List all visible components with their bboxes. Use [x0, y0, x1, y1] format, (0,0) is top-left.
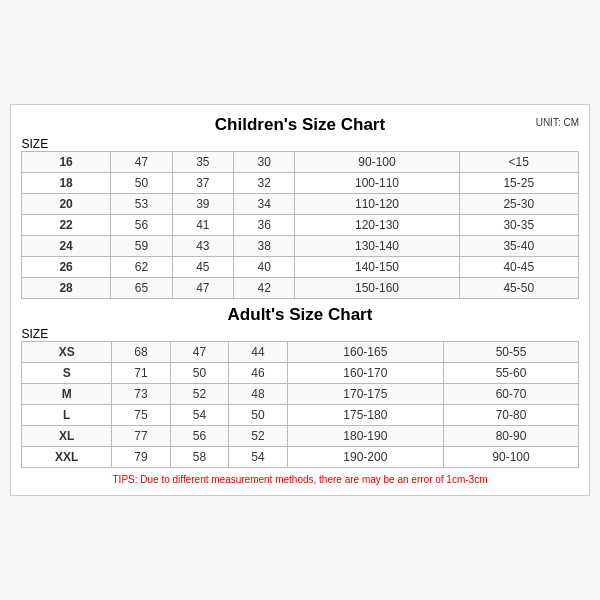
table-cell: 62 [111, 257, 172, 278]
table-cell: 30-35 [459, 215, 578, 236]
table-cell: XL [22, 426, 112, 447]
table-cell: 15-25 [459, 173, 578, 194]
table-cell: 37 [172, 173, 233, 194]
table-cell: 38 [234, 236, 295, 257]
table-cell: 50-55 [443, 342, 578, 363]
table-cell: 40 [234, 257, 295, 278]
table-cell: 18 [22, 173, 111, 194]
table-row: 28654742150-16045-50 [22, 278, 579, 299]
adult-size-table: SIZE XS684744160-16550-55S715046160-1705… [21, 327, 579, 468]
table-cell: 79 [112, 447, 170, 468]
table-row: 1647353090-100<15 [22, 152, 579, 173]
table-row: 26624540140-15040-45 [22, 257, 579, 278]
size-chart-container: Children's Size Chart UNIT: CM SIZE 1647… [10, 104, 590, 496]
table-cell: 70-80 [443, 405, 578, 426]
table-cell: 60-70 [443, 384, 578, 405]
table-cell: 54 [170, 405, 228, 426]
table-cell: 34 [234, 194, 295, 215]
table-cell: 35 [172, 152, 233, 173]
table-cell: 65 [111, 278, 172, 299]
table-cell: 160-170 [287, 363, 443, 384]
table-cell: 36 [234, 215, 295, 236]
table-cell: 50 [111, 173, 172, 194]
table-cell: 130-140 [295, 236, 459, 257]
table-cell: 140-150 [295, 257, 459, 278]
table-cell: 50 [229, 405, 287, 426]
table-cell: 35-40 [459, 236, 578, 257]
table-cell: S [22, 363, 112, 384]
adult-header-row: SIZE [22, 327, 579, 342]
table-cell: 59 [111, 236, 172, 257]
table-cell: 45 [172, 257, 233, 278]
table-cell: 77 [112, 426, 170, 447]
table-cell: 175-180 [287, 405, 443, 426]
table-cell: <15 [459, 152, 578, 173]
tips-text: TIPS: Due to different measurement metho… [21, 474, 579, 485]
adult-title-text: Adult's Size Chart [228, 305, 373, 324]
table-row: XL775652180-19080-90 [22, 426, 579, 447]
table-cell: 47 [111, 152, 172, 173]
table-cell: 25-30 [459, 194, 578, 215]
table-cell: 45-50 [459, 278, 578, 299]
table-cell: M [22, 384, 112, 405]
table-cell: 20 [22, 194, 111, 215]
table-row: L755450175-18070-80 [22, 405, 579, 426]
table-cell: 100-110 [295, 173, 459, 194]
children-size-table: SIZE 1647353090-100<1518503732100-11015-… [21, 137, 579, 299]
table-cell: 48 [229, 384, 287, 405]
table-cell: 54 [229, 447, 287, 468]
table-cell: 53 [111, 194, 172, 215]
table-cell: 58 [170, 447, 228, 468]
table-cell: 52 [170, 384, 228, 405]
table-cell: XXL [22, 447, 112, 468]
table-cell: 56 [111, 215, 172, 236]
table-row: XXL795854190-20090-100 [22, 447, 579, 468]
table-cell: L [22, 405, 112, 426]
table-row: 18503732100-11015-25 [22, 173, 579, 194]
table-cell: 26 [22, 257, 111, 278]
table-cell: 24 [22, 236, 111, 257]
table-cell: 22 [22, 215, 111, 236]
table-row: XS684744160-16550-55 [22, 342, 579, 363]
table-cell: 190-200 [287, 447, 443, 468]
table-cell: 160-165 [287, 342, 443, 363]
table-cell: 47 [172, 278, 233, 299]
table-row: 22564136120-13030-35 [22, 215, 579, 236]
table-row: 20533934110-12025-30 [22, 194, 579, 215]
unit-label: UNIT: CM [536, 117, 579, 128]
table-cell: 90-100 [295, 152, 459, 173]
table-cell: 16 [22, 152, 111, 173]
table-cell: 110-120 [295, 194, 459, 215]
table-cell: 50 [170, 363, 228, 384]
table-cell: 52 [229, 426, 287, 447]
table-cell: 56 [170, 426, 228, 447]
table-cell: 42 [234, 278, 295, 299]
table-cell: 55-60 [443, 363, 578, 384]
children-header-row: SIZE [22, 137, 579, 152]
table-row: M735248170-17560-70 [22, 384, 579, 405]
table-cell: 73 [112, 384, 170, 405]
table-cell: 39 [172, 194, 233, 215]
table-cell: 170-175 [287, 384, 443, 405]
table-cell: 40-45 [459, 257, 578, 278]
children-chart-title: Children's Size Chart UNIT: CM [21, 115, 579, 135]
children-title-text: Children's Size Chart [215, 115, 385, 134]
table-cell: 75 [112, 405, 170, 426]
table-cell: 80-90 [443, 426, 578, 447]
table-cell: 41 [172, 215, 233, 236]
table-cell: 32 [234, 173, 295, 194]
table-cell: XS [22, 342, 112, 363]
table-cell: 90-100 [443, 447, 578, 468]
table-cell: 180-190 [287, 426, 443, 447]
table-cell: 30 [234, 152, 295, 173]
table-cell: 28 [22, 278, 111, 299]
table-cell: 44 [229, 342, 287, 363]
adult-chart-title: Adult's Size Chart [21, 305, 579, 325]
table-cell: 43 [172, 236, 233, 257]
table-cell: 46 [229, 363, 287, 384]
table-cell: 120-130 [295, 215, 459, 236]
table-cell: 47 [170, 342, 228, 363]
table-cell: 68 [112, 342, 170, 363]
table-cell: 71 [112, 363, 170, 384]
table-row: 24594338130-14035-40 [22, 236, 579, 257]
